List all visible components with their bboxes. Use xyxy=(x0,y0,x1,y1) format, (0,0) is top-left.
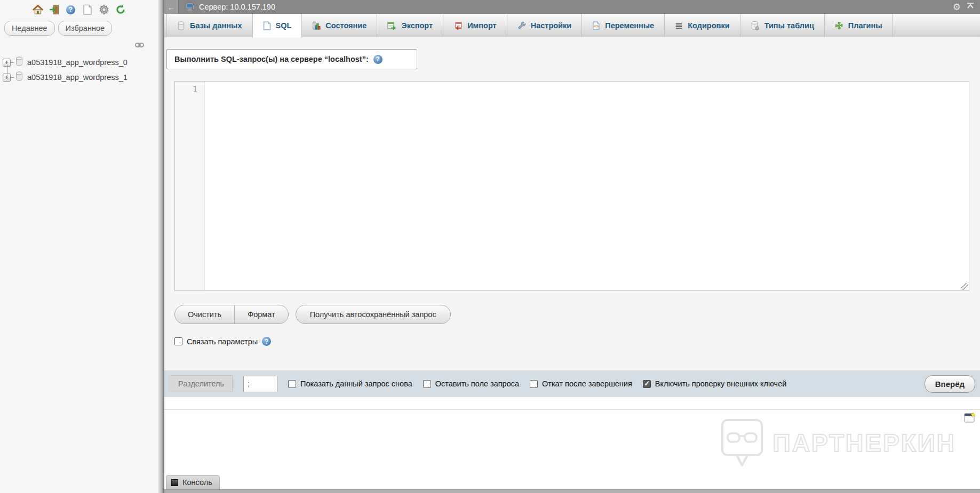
server-label: Сервер: 10.0.157.190 xyxy=(199,3,275,11)
show-query-again-option: Показать данный запрос снова xyxy=(288,379,412,388)
question-mark-icon: ? xyxy=(66,5,75,14)
tab-charsets[interactable]: Кодировки xyxy=(665,14,740,37)
query-legend-text: Выполнить SQL-запрос(ы) на сервере “loca… xyxy=(174,55,369,63)
settings-icon[interactable] xyxy=(98,4,110,15)
sql-page-icon xyxy=(263,21,271,30)
tab-sql[interactable]: SQL xyxy=(253,14,302,37)
help-icon[interactable]: ? xyxy=(65,4,77,15)
tab-variables[interactable]: <> Переменные xyxy=(582,14,665,37)
favorites-tab[interactable]: Избранное xyxy=(58,21,112,36)
retain-query-box-checkbox[interactable] xyxy=(423,380,431,388)
svg-text:<>: <> xyxy=(594,24,600,29)
tab-plugins[interactable]: Плагины xyxy=(825,14,893,37)
tab-label: Базы данных xyxy=(190,21,242,30)
tab-label: Кодировки xyxy=(688,21,729,30)
docs-icon[interactable] xyxy=(82,4,93,15)
collapse-top-icon[interactable] xyxy=(966,2,975,12)
status-chart-icon xyxy=(312,21,321,30)
new-window-icon[interactable] xyxy=(964,413,976,425)
database-name[interactable]: a0531918_app_wordpress_0 xyxy=(27,58,128,67)
rollback-label[interactable]: Откат после завершения xyxy=(542,379,632,388)
editor-resize-grip[interactable] xyxy=(961,283,968,290)
results-divider xyxy=(164,409,980,410)
export-icon xyxy=(387,21,396,30)
sql-editor[interactable]: 1 xyxy=(174,81,969,291)
tab-label: Переменные xyxy=(605,21,654,30)
show-query-again-checkbox[interactable] xyxy=(288,380,296,388)
tree-row-database-0[interactable]: + a0531918_app_wordpress_0 xyxy=(0,55,158,70)
tab-label: Импорт xyxy=(467,21,497,30)
sql-query-section: Выполнить SQL-запрос(ы) на сервере “loca… xyxy=(164,37,980,370)
foreign-key-checks-checkbox[interactable] xyxy=(643,380,651,388)
sidebar-link-row xyxy=(0,36,158,51)
watermark: ПАРТНЕРКИН xyxy=(721,418,956,467)
sidebar-resize-handle[interactable] xyxy=(158,0,164,493)
go-button[interactable]: Вперёд xyxy=(925,375,975,393)
query-legend: Выполнить SQL-запрос(ы) на сервере “loca… xyxy=(166,49,417,69)
show-query-again-label[interactable]: Показать данный запрос снова xyxy=(300,379,412,388)
main-tab-bar: Базы данных SQL Состояние Экспорт Импорт… xyxy=(164,14,980,37)
foreign-key-checks-label[interactable]: Включить проверку внешних ключей xyxy=(655,379,787,388)
rollback-option: Откат после завершения xyxy=(530,379,632,388)
bind-parameters-checkbox[interactable] xyxy=(174,337,182,345)
variables-icon: <> xyxy=(592,21,600,30)
link-icon[interactable] xyxy=(135,40,144,50)
query-options-footer: Разделитель Показать данный запрос снова… xyxy=(164,370,980,397)
tree-hline xyxy=(11,62,14,63)
console-collapsed-bar[interactable] xyxy=(164,489,980,493)
tab-label: Плагины xyxy=(848,21,882,30)
tab-databases[interactable]: Базы данных xyxy=(166,14,253,37)
engines-icon xyxy=(751,21,760,30)
tab-export[interactable]: Экспорт xyxy=(377,14,443,37)
phpmyadmin-app: ? Недавнее Избранное + xyxy=(0,0,980,493)
main-panel: ← Сервер: 10.0.157.190 ⚙ Базы данных SQL xyxy=(164,0,980,493)
recent-tab[interactable]: Недавнее xyxy=(4,21,55,36)
retain-query-box-label[interactable]: Оставить поле запроса xyxy=(435,379,519,388)
editor-code-area[interactable] xyxy=(205,82,969,290)
bind-parameters-row: Связать параметры ? xyxy=(174,337,980,370)
refresh-icon[interactable] xyxy=(115,4,126,15)
bind-parameters-help-icon[interactable]: ? xyxy=(262,337,271,346)
tab-engines[interactable]: Типы таблиц xyxy=(740,14,825,37)
settings-gear-icon[interactable]: ⚙ xyxy=(953,2,961,13)
navigation-sidebar: ? Недавнее Избранное + xyxy=(0,0,158,493)
plugins-icon xyxy=(835,21,843,30)
clear-format-button-group: Очистить Формат xyxy=(174,305,289,324)
tree-connector-line xyxy=(7,64,7,79)
sql-help-icon[interactable]: ? xyxy=(373,55,383,64)
console-toggle[interactable]: Консоль xyxy=(166,475,220,489)
home-icon[interactable] xyxy=(32,4,44,15)
tab-status[interactable]: Состояние xyxy=(302,14,377,37)
tree-hline xyxy=(11,77,14,78)
tab-import[interactable]: Импорт xyxy=(443,14,507,37)
query-buttons-row: Очистить Формат Получить автосохранённый… xyxy=(174,305,980,324)
delimiter-input[interactable] xyxy=(243,376,277,392)
tab-label: Состояние xyxy=(325,21,366,30)
tree-row-database-1[interactable]: + a0531918_app_wordpress_1 xyxy=(0,70,158,85)
database-tree: + a0531918_app_wordpress_0 + a0531918_ap… xyxy=(0,51,158,85)
tab-settings[interactable]: Настройки xyxy=(507,14,583,37)
logout-icon[interactable] xyxy=(49,4,60,15)
clear-button[interactable]: Очистить xyxy=(175,305,234,324)
server-icon xyxy=(186,3,195,11)
wrench-icon xyxy=(517,21,526,30)
tab-label: SQL xyxy=(276,21,292,30)
import-icon xyxy=(453,21,463,30)
tab-label: Настройки xyxy=(531,21,572,30)
charsets-icon xyxy=(675,22,683,30)
database-icon xyxy=(15,71,23,83)
database-name[interactable]: a0531918_app_wordpress_1 xyxy=(27,73,128,82)
back-arrow-button[interactable]: ← xyxy=(164,0,179,14)
console-area: Консоль xyxy=(164,475,980,493)
foreign-key-checks-option: Включить проверку внешних ключей xyxy=(643,379,787,388)
bind-parameters-label[interactable]: Связать параметры xyxy=(187,337,258,346)
server-topbar: ← Сервер: 10.0.157.190 ⚙ xyxy=(164,0,980,14)
format-button[interactable]: Формат xyxy=(234,305,288,324)
rollback-checkbox[interactable] xyxy=(530,380,538,388)
watermark-text: ПАРТНЕРКИН xyxy=(773,429,956,457)
delimiter-label: Разделитель xyxy=(170,375,233,392)
topbar-right-icons: ⚙ xyxy=(953,2,980,13)
retain-query-box-option: Оставить поле запроса xyxy=(423,379,519,388)
console-icon xyxy=(171,479,178,486)
get-autosaved-query-button[interactable]: Получить автосохранённый запрос xyxy=(296,305,451,324)
